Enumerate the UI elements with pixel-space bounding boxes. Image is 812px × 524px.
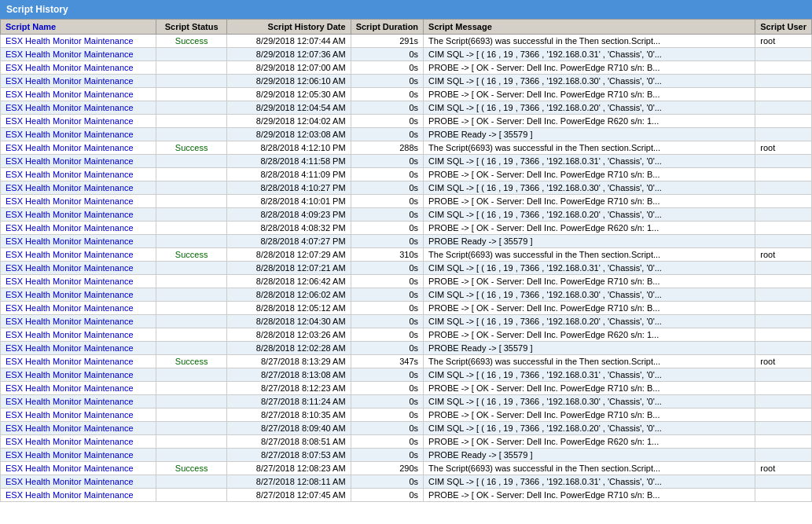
cell-script-date: 8/27/2018 8:09:40 AM [226, 422, 351, 435]
table-row: ESX Health Monitor Maintenance8/28/2018 … [1, 275, 812, 288]
cell-script-user [755, 128, 812, 141]
cell-script-user [755, 475, 812, 489]
cell-script-name[interactable]: ESX Health Monitor Maintenance [1, 35, 156, 48]
script-history-table: Script Name Script Status Script History… [0, 19, 812, 502]
cell-script-name[interactable]: ESX Health Monitor Maintenance [1, 435, 156, 449]
cell-script-status [156, 115, 226, 128]
table-row: ESX Health Monitor Maintenance8/27/2018 … [1, 449, 812, 462]
table-row: ESX Health Monitor Maintenance8/28/2018 … [1, 315, 812, 328]
cell-script-name[interactable]: ESX Health Monitor Maintenance [1, 315, 156, 328]
cell-script-duration: 0s [351, 48, 423, 61]
cell-script-status [156, 475, 226, 489]
cell-script-duration: 0s [351, 382, 423, 395]
cell-script-name[interactable]: ESX Health Monitor Maintenance [1, 275, 156, 288]
cell-script-status [156, 168, 226, 181]
cell-script-name[interactable]: ESX Health Monitor Maintenance [1, 409, 156, 422]
cell-script-message: PROBE -> [ OK - Server: Dell Inc. PowerE… [424, 61, 755, 75]
cell-script-duration: 0s [351, 475, 423, 489]
cell-script-name[interactable]: ESX Health Monitor Maintenance [1, 422, 156, 435]
cell-script-name[interactable]: ESX Health Monitor Maintenance [1, 101, 156, 115]
cell-script-name[interactable]: ESX Health Monitor Maintenance [1, 128, 156, 141]
cell-script-name[interactable]: ESX Health Monitor Maintenance [1, 195, 156, 208]
cell-script-name[interactable]: ESX Health Monitor Maintenance [1, 489, 156, 502]
cell-script-name[interactable]: ESX Health Monitor Maintenance [1, 382, 156, 395]
cell-script-message: The Script(6693) was successful in the T… [424, 35, 755, 48]
cell-script-user [755, 288, 812, 302]
table-container[interactable]: Script Name Script Status Script History… [0, 19, 812, 521]
cell-script-user [755, 115, 812, 128]
cell-script-message: PROBE -> [ OK - Server: Dell Inc. PowerE… [424, 88, 755, 101]
cell-script-status [156, 88, 226, 101]
cell-script-name[interactable]: ESX Health Monitor Maintenance [1, 328, 156, 342]
cell-script-message: PROBE -> [ OK - Server: Dell Inc. PowerE… [424, 302, 755, 315]
cell-script-name[interactable]: ESX Health Monitor Maintenance [1, 248, 156, 262]
cell-script-message: CIM SQL -> [ ( 16 , 19 , 7366 , '192.168… [424, 75, 755, 88]
cell-script-date: 8/28/2018 4:10:27 PM [226, 181, 351, 195]
table-row: ESX Health Monitor Maintenance8/28/2018 … [1, 302, 812, 315]
cell-script-status [156, 155, 226, 168]
cell-script-name[interactable]: ESX Health Monitor Maintenance [1, 181, 156, 195]
cell-script-date: 8/28/2018 4:10:01 PM [226, 195, 351, 208]
cell-script-date: 8/29/2018 12:03:08 AM [226, 128, 351, 141]
table-row: ESX Health Monitor Maintenance8/28/2018 … [1, 342, 812, 355]
cell-script-user [755, 302, 812, 315]
cell-script-message: CIM SQL -> [ ( 16 , 19 , 7366 , '192.168… [424, 315, 755, 328]
col-header-message: Script Message [424, 20, 755, 35]
cell-script-name[interactable]: ESX Health Monitor Maintenance [1, 155, 156, 168]
cell-script-name[interactable]: ESX Health Monitor Maintenance [1, 141, 156, 155]
cell-script-name[interactable]: ESX Health Monitor Maintenance [1, 475, 156, 489]
cell-script-status: Success [156, 35, 226, 48]
cell-script-name[interactable]: ESX Health Monitor Maintenance [1, 302, 156, 315]
cell-script-message: PROBE -> [ OK - Server: Dell Inc. PowerE… [424, 195, 755, 208]
table-row: ESX Health Monitor Maintenance8/29/2018 … [1, 61, 812, 75]
cell-script-user [755, 181, 812, 195]
cell-script-name[interactable]: ESX Health Monitor Maintenance [1, 222, 156, 235]
table-row: ESX Health Monitor MaintenanceSuccess8/2… [1, 462, 812, 475]
cell-script-duration: 0s [351, 435, 423, 449]
table-header-row: Script Name Script Status Script History… [1, 20, 812, 35]
cell-script-duration: 0s [351, 168, 423, 181]
cell-script-name[interactable]: ESX Health Monitor Maintenance [1, 235, 156, 248]
cell-script-name[interactable]: ESX Health Monitor Maintenance [1, 262, 156, 275]
cell-script-status: Success [156, 355, 226, 368]
cell-script-duration: 288s [351, 141, 423, 155]
cell-script-date: 8/27/2018 12:07:45 AM [226, 489, 351, 502]
cell-script-name[interactable]: ESX Health Monitor Maintenance [1, 342, 156, 355]
cell-script-user [755, 195, 812, 208]
cell-script-duration: 0s [351, 328, 423, 342]
cell-script-name[interactable]: ESX Health Monitor Maintenance [1, 208, 156, 222]
cell-script-duration: 0s [351, 489, 423, 502]
cell-script-name[interactable]: ESX Health Monitor Maintenance [1, 115, 156, 128]
cell-script-date: 8/27/2018 8:10:35 AM [226, 409, 351, 422]
cell-script-name[interactable]: ESX Health Monitor Maintenance [1, 395, 156, 409]
cell-script-name[interactable]: ESX Health Monitor Maintenance [1, 48, 156, 61]
cell-script-date: 8/27/2018 8:13:08 AM [226, 368, 351, 382]
cell-script-date: 8/28/2018 12:07:29 AM [226, 248, 351, 262]
table-row: ESX Health Monitor Maintenance8/29/2018 … [1, 128, 812, 141]
col-header-status: Script Status [156, 20, 226, 35]
table-row: ESX Health Monitor Maintenance8/27/2018 … [1, 435, 812, 449]
table-row: ESX Health Monitor Maintenance8/28/2018 … [1, 168, 812, 181]
cell-script-message: The Script(6693) was successful in the T… [424, 248, 755, 262]
cell-script-message: PROBE Ready -> [ 35579 ] [424, 449, 755, 462]
cell-script-name[interactable]: ESX Health Monitor Maintenance [1, 75, 156, 88]
cell-script-status [156, 422, 226, 435]
cell-script-message: PROBE Ready -> [ 35579 ] [424, 235, 755, 248]
cell-script-message: The Script(6693) was successful in the T… [424, 141, 755, 155]
cell-script-name[interactable]: ESX Health Monitor Maintenance [1, 61, 156, 75]
cell-script-name[interactable]: ESX Health Monitor Maintenance [1, 368, 156, 382]
cell-script-message: CIM SQL -> [ ( 16 , 19 , 7366 , '192.168… [424, 181, 755, 195]
cell-script-name[interactable]: ESX Health Monitor Maintenance [1, 288, 156, 302]
cell-script-name[interactable]: ESX Health Monitor Maintenance [1, 355, 156, 368]
cell-script-message: CIM SQL -> [ ( 16 , 19 , 7366 , '192.168… [424, 395, 755, 409]
cell-script-name[interactable]: ESX Health Monitor Maintenance [1, 88, 156, 101]
cell-script-name[interactable]: ESX Health Monitor Maintenance [1, 462, 156, 475]
cell-script-message: PROBE -> [ OK - Server: Dell Inc. PowerE… [424, 275, 755, 288]
table-row: ESX Health Monitor MaintenanceSuccess8/2… [1, 141, 812, 155]
table-row: ESX Health Monitor MaintenanceSuccess8/2… [1, 35, 812, 48]
cell-script-user: root [755, 462, 812, 475]
cell-script-name[interactable]: ESX Health Monitor Maintenance [1, 168, 156, 181]
cell-script-name[interactable]: ESX Health Monitor Maintenance [1, 449, 156, 462]
table-row: ESX Health Monitor Maintenance8/27/2018 … [1, 475, 812, 489]
cell-script-duration: 0s [351, 101, 423, 115]
